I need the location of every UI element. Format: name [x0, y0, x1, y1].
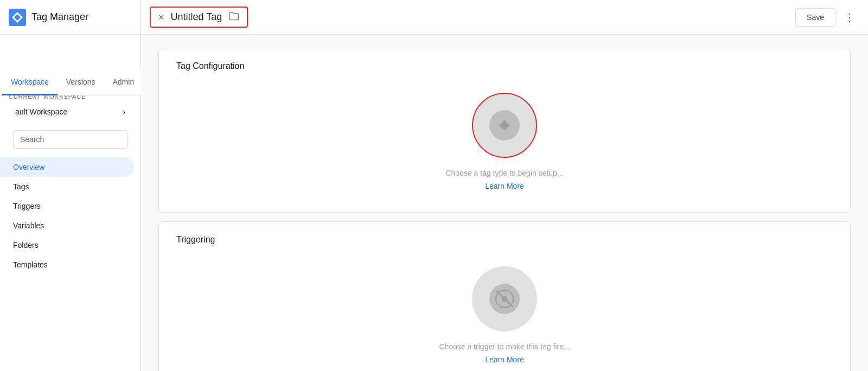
- main-layout: Workspace Versions Admin CURRENT WORKSPA…: [0, 35, 868, 371]
- triggering-content: Choose a trigger to make this tag fire..…: [176, 255, 833, 371]
- svg-point-4: [506, 120, 509, 124]
- sidebar-item-tags[interactable]: Tags: [0, 177, 134, 196]
- tab-versions[interactable]: Versions: [58, 69, 104, 95]
- sidebar-item-overview[interactable]: Overview: [0, 157, 134, 177]
- tag-config-learn-more[interactable]: Learn More: [485, 182, 524, 190]
- header-actions: Save ⋮: [795, 8, 859, 27]
- triggering-learn-more[interactable]: Learn More: [485, 355, 524, 364]
- triggering-card: Triggering Choose a trigger to make this…: [158, 221, 851, 371]
- sidebar-item-templates[interactable]: Templates: [0, 255, 134, 274]
- search-input[interactable]: Search: [13, 130, 127, 149]
- tab-workspace[interactable]: Workspace: [2, 69, 58, 95]
- trigger-icon: [488, 283, 521, 315]
- top-bar-left: Tag Manager: [0, 0, 141, 34]
- workspace-item[interactable]: ault Workspace ›: [9, 102, 132, 121]
- tag-config-hint: Choose a tag type to begin setup...: [445, 169, 563, 177]
- nav-tabs: Workspace Versions Admin: [0, 69, 141, 95]
- sidebar-item-folders[interactable]: Folders: [0, 235, 134, 255]
- tag-editor-header: × Untitled Tag Save ⋮: [141, 0, 868, 35]
- sidebar-item-variables[interactable]: Variables: [0, 216, 134, 235]
- folder-icon: [228, 11, 239, 22]
- tag-editor-panel: Tag Configuration Choose a tag type to b…: [141, 35, 868, 371]
- trigger-icon-circle[interactable]: [472, 266, 537, 331]
- app-title: Tag Manager: [31, 11, 88, 23]
- triggering-hint: Choose a trigger to make this tag fire..…: [439, 342, 570, 351]
- tag-configuration-card: Tag Configuration Choose a tag type to b…: [158, 48, 851, 213]
- tag-editor-title: Untitled Tag: [171, 11, 222, 23]
- tab-admin[interactable]: Admin: [104, 69, 141, 95]
- workspace-name: ault Workspace: [15, 107, 67, 116]
- sidebar: Workspace Versions Admin CURRENT WORKSPA…: [0, 35, 141, 371]
- tag-type-icon: [488, 109, 521, 142]
- tag-configuration-content: Choose a tag type to begin setup... Lear…: [176, 82, 833, 199]
- workspace-chevron-icon: ›: [123, 107, 125, 116]
- gtm-logo-icon: [9, 9, 26, 26]
- sidebar-content: CURRENT WORKSPACE ault Workspace › Searc…: [0, 87, 141, 274]
- search-container: Search: [0, 124, 141, 157]
- main-content-area: N... Ch... tag... Ad... D... Thi... Edi.…: [141, 35, 868, 371]
- tag-configuration-title: Tag Configuration: [176, 61, 833, 71]
- triggering-title: Triggering: [176, 235, 833, 245]
- top-bar: Tag Manager All accounts ulti... × Untit…: [0, 0, 868, 35]
- tag-editor-title-bar: × Untitled Tag: [150, 7, 248, 28]
- more-options-button[interactable]: ⋮: [840, 9, 859, 26]
- tag-folder-button[interactable]: [227, 10, 240, 24]
- svg-point-8: [502, 296, 507, 302]
- tag-editor-close-button[interactable]: ×: [157, 11, 165, 23]
- sidebar-item-triggers[interactable]: Triggers: [0, 196, 134, 216]
- tag-type-icon-circle[interactable]: [472, 93, 537, 158]
- save-button[interactable]: Save: [795, 8, 835, 27]
